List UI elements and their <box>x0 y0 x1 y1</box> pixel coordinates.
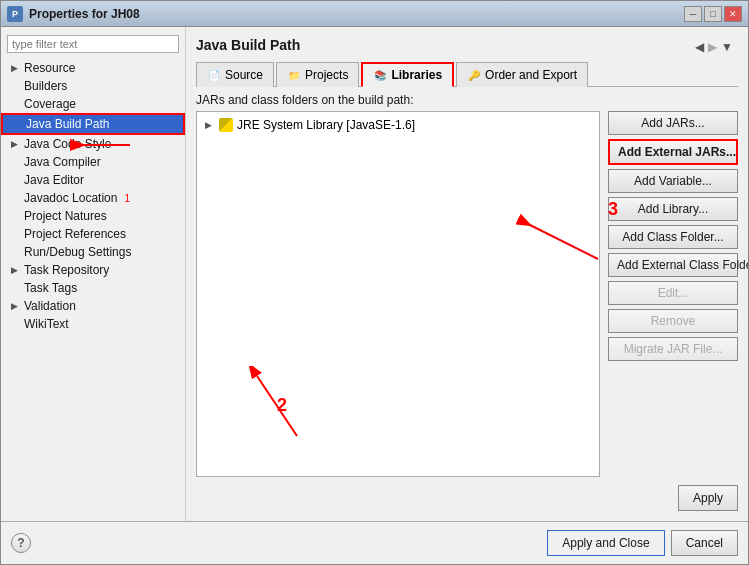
libraries-tab-icon: 📚 <box>373 68 387 82</box>
tab-libraries-label: Libraries <box>391 68 442 82</box>
sidebar-item-java-build-path[interactable]: Java Build Path <box>1 113 185 135</box>
apply-button[interactable]: Apply <box>678 485 738 511</box>
title-bar: P Properties for JH08 ─ □ ✕ <box>1 1 748 27</box>
sidebar-item-label: Coverage <box>24 97 76 111</box>
tab-source-label: Source <box>225 68 263 82</box>
sidebar-item-label: Java Compiler <box>24 155 101 169</box>
sidebar-item-label: Resource <box>24 61 75 75</box>
order-tab-icon: 🔑 <box>467 68 481 82</box>
buttons-panel: Add JARs... Add External JARs... Add Var… <box>608 111 738 477</box>
tab-source[interactable]: 📄 Source <box>196 62 274 87</box>
dropdown-icon[interactable]: ▼ <box>721 40 733 54</box>
dialog-icon: P <box>7 6 23 22</box>
sidebar-item-run-debug[interactable]: Run/Debug Settings <box>1 243 185 261</box>
sidebar: ▶ Resource Builders Coverage Java Build … <box>1 27 186 521</box>
sidebar-item-label: Validation <box>24 299 76 313</box>
tab-libraries[interactable]: 📚 Libraries <box>361 62 454 87</box>
maximize-button[interactable]: □ <box>704 6 722 22</box>
tree-expand-icon: ▶ <box>205 120 215 130</box>
close-button[interactable]: ✕ <box>724 6 742 22</box>
apply-section: Apply <box>196 485 738 511</box>
main-area: ▶ Resource Builders Coverage Java Build … <box>1 27 748 521</box>
annotation-arrow-2 <box>237 366 357 446</box>
projects-tab-icon: 📁 <box>287 68 301 82</box>
annotation-2: 2 <box>277 395 287 416</box>
jre-icon <box>219 118 233 132</box>
forward-icon[interactable]: ▶ <box>708 40 717 54</box>
edit-button[interactable]: Edit... <box>608 281 738 305</box>
sidebar-item-task-tags[interactable]: Task Tags <box>1 279 185 297</box>
expand-icon: ▶ <box>11 63 21 73</box>
main-panel: ▶ JRE System Library [JavaSE-1.6] 2 <box>196 111 738 477</box>
sidebar-item-label: Builders <box>24 79 67 93</box>
sidebar-item-project-references[interactable]: Project References <box>1 225 185 243</box>
add-variable-button[interactable]: Add Variable... <box>608 169 738 193</box>
sidebar-item-label: Javadoc Location <box>24 191 117 205</box>
tab-projects[interactable]: 📁 Projects <box>276 62 359 87</box>
tab-order-export[interactable]: 🔑 Order and Export <box>456 62 588 87</box>
sidebar-item-project-natures[interactable]: Project Natures <box>1 207 185 225</box>
tab-order-export-label: Order and Export <box>485 68 577 82</box>
badge-1: 1 <box>124 193 130 204</box>
sidebar-item-label: Run/Debug Settings <box>24 245 131 259</box>
migrate-jar-button[interactable]: Migrate JAR File... <box>608 337 738 361</box>
sidebar-item-label: Java Build Path <box>26 117 109 131</box>
sidebar-item-builders[interactable]: Builders <box>1 77 185 95</box>
minimize-button[interactable]: ─ <box>684 6 702 22</box>
sidebar-item-label: WikiText <box>24 317 69 331</box>
properties-dialog: P Properties for JH08 ─ □ ✕ ▶ Resource B… <box>0 0 749 565</box>
tabs-bar: 📄 Source 📁 Projects 📚 Libraries 🔑 Order … <box>196 61 738 87</box>
dialog-title: Properties for JH08 <box>29 7 140 21</box>
expand-icon: ▶ <box>11 265 21 275</box>
sidebar-item-label: Task Tags <box>24 281 77 295</box>
sidebar-item-coverage[interactable]: Coverage <box>1 95 185 113</box>
apply-and-close-button[interactable]: Apply and Close <box>547 530 664 556</box>
expand-icon: ▶ <box>11 301 21 311</box>
tree-panel-wrapper: ▶ JRE System Library [JavaSE-1.6] 2 <box>196 111 600 477</box>
sidebar-item-resource[interactable]: ▶ Resource <box>1 59 185 77</box>
content-title: Java Build Path <box>196 37 738 53</box>
sidebar-item-label: Project Natures <box>24 209 107 223</box>
add-external-class-folder-button[interactable]: Add External Class Folder... <box>608 253 738 277</box>
sidebar-item-validation[interactable]: ▶ Validation <box>1 297 185 315</box>
sidebar-item-label: Java Code Style <box>24 137 111 151</box>
tree-panel[interactable]: ▶ JRE System Library [JavaSE-1.6] 2 <box>196 111 600 477</box>
expand-icon: ▶ <box>11 139 21 149</box>
add-class-folder-button[interactable]: Add Class Folder... <box>608 225 738 249</box>
sidebar-item-java-compiler[interactable]: Java Compiler <box>1 153 185 171</box>
add-external-jars-button[interactable]: Add External JARs... <box>608 139 738 165</box>
tab-projects-label: Projects <box>305 68 348 82</box>
sidebar-item-label: Project References <box>24 227 126 241</box>
tree-item-jre[interactable]: ▶ JRE System Library [JavaSE-1.6] <box>201 116 595 134</box>
bottom-buttons: Apply and Close Cancel <box>547 530 738 556</box>
sidebar-item-task-repository[interactable]: ▶ Task Repository <box>1 261 185 279</box>
add-jars-button[interactable]: Add JARs... <box>608 111 738 135</box>
content-description: JARs and class folders on the build path… <box>196 93 738 107</box>
sidebar-item-label: Task Repository <box>24 263 109 277</box>
source-tab-icon: 📄 <box>207 68 221 82</box>
content-area: Java Build Path ◀ ▶ ▼ 📄 Source 📁 Project… <box>186 27 748 521</box>
svg-line-1 <box>257 376 297 436</box>
filter-input[interactable] <box>7 35 179 53</box>
sidebar-item-java-code-style[interactable]: ▶ Java Code Style <box>1 135 185 153</box>
bottom-bar: ? Apply and Close Cancel <box>1 521 748 564</box>
tree-item-label: JRE System Library [JavaSE-1.6] <box>237 118 415 132</box>
sidebar-item-java-editor[interactable]: Java Editor <box>1 171 185 189</box>
sidebar-item-javadoc-location[interactable]: Javadoc Location 1 <box>1 189 185 207</box>
help-button[interactable]: ? <box>11 533 31 553</box>
remove-button[interactable]: Remove <box>608 309 738 333</box>
nav-arrows: ◀ ▶ ▼ <box>695 40 733 54</box>
add-library-button[interactable]: Add Library... <box>608 197 738 221</box>
sidebar-item-wikitext[interactable]: WikiText <box>1 315 185 333</box>
cancel-button[interactable]: Cancel <box>671 530 738 556</box>
back-icon[interactable]: ◀ <box>695 40 704 54</box>
sidebar-item-label: Java Editor <box>24 173 84 187</box>
